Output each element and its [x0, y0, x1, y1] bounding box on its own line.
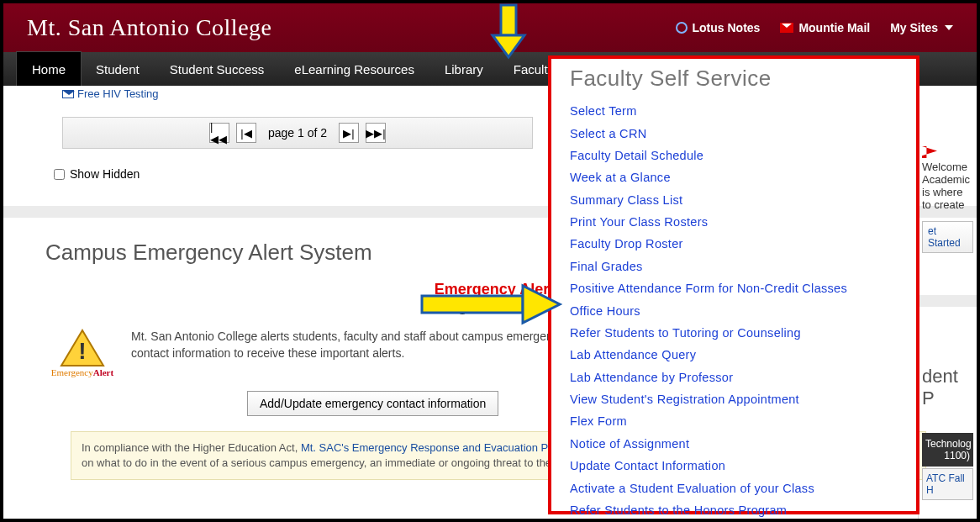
right-sidebar-peek: Welcome Academic is where to create et S… [918, 86, 977, 519]
fss-item-select-term[interactable]: Select Term [570, 100, 901, 122]
svg-text:!: ! [78, 338, 86, 364]
annotation-arrow-down-icon [487, 3, 530, 62]
header-utility-nav: Lotus Notes Mountie Mail My Sites [676, 21, 953, 34]
compliance-pre: In compliance with the Higher Education … [82, 441, 301, 454]
nav-elearning[interactable]: eLearning Resources [279, 52, 429, 86]
annotation-arrow-right-icon [420, 282, 563, 326]
fss-item-print-class-rosters[interactable]: Print Your Class Rosters [570, 211, 901, 233]
my-sites-label: My Sites [890, 21, 938, 34]
peek-dark2: 1100) [925, 450, 970, 461]
fss-item-positive-attendance[interactable]: Positive Attendance Form for Non-Credit … [570, 277, 901, 299]
announcement-link-label: Free HIV Testing [77, 87, 159, 100]
chevron-down-icon [945, 25, 953, 30]
svg-marker-3 [493, 35, 524, 57]
faculty-self-service-panel: Faculty Self Service Select Term Select … [548, 55, 919, 514]
fss-item-activate-evaluation[interactable]: Activate a Student Evaluation of your Cl… [570, 477, 901, 498]
site-logo[interactable]: Mt. San Antonio College [27, 14, 272, 41]
alert-badge: ! EmergencyAlert [45, 329, 119, 377]
peek-line2: Academic [922, 173, 970, 186]
compliance-link[interactable]: Mt. SAC's Emergency Response and Evacuat… [301, 441, 563, 454]
warning-icon: ! [60, 329, 105, 367]
pager-prev-button[interactable]: |◀ [236, 123, 256, 143]
nav-student-success[interactable]: Student Success [155, 52, 280, 86]
pager-last-button[interactable]: ▶▶| [366, 123, 386, 143]
fss-item-flex-form[interactable]: Flex Form [570, 410, 901, 432]
peek-atc[interactable]: ATC Fall H [922, 468, 973, 500]
badge-alert: Alert [93, 367, 113, 377]
fss-item-refer-tutoring[interactable]: Refer Students to Tutoring or Counseling [570, 322, 901, 344]
lotus-notes-label: Lotus Notes [693, 21, 761, 34]
fss-item-week-at-a-glance[interactable]: Week at a Glance [570, 166, 901, 188]
lotus-notes-link[interactable]: Lotus Notes [676, 21, 761, 34]
mountie-mail-label: Mountie Mail [798, 21, 870, 34]
globe-icon [676, 22, 688, 34]
svg-rect-2 [501, 5, 516, 35]
fss-item-lab-attendance-professor[interactable]: Lab Attendance by Professor [570, 366, 901, 388]
fss-item-refer-honors[interactable]: Refer Students to the Honors Program [570, 499, 901, 521]
mail-icon [780, 23, 793, 33]
peek-heading: dent P [922, 366, 973, 409]
svg-rect-4 [422, 296, 523, 313]
show-hidden-label: Show Hidden [70, 167, 140, 181]
nav-student[interactable]: Student [81, 52, 155, 86]
pager: |◀◀ |◀ page 1 of 2 ▶| ▶▶| [62, 117, 533, 149]
pager-status: page 1 of 2 [268, 126, 327, 140]
peek-dark-box: Technolog 1100) [922, 433, 973, 467]
fss-item-view-registration-appt[interactable]: View Student's Registration Appointment [570, 388, 901, 410]
fss-item-update-contact[interactable]: Update Contact Information [570, 455, 901, 477]
peek-line1: Welcome [922, 161, 967, 173]
peek-line3: is where [922, 186, 962, 198]
peek-line4: to create [922, 198, 965, 211]
fss-item-faculty-drop-roster[interactable]: Faculty Drop Roster [570, 233, 901, 255]
fss-menu: Select Term Select a CRN Faculty Detail … [570, 100, 901, 521]
fss-item-notice-assignment[interactable]: Notice of Assignment [570, 433, 901, 455]
envelope-icon [62, 90, 74, 98]
pager-first-button[interactable]: |◀◀ [209, 123, 229, 143]
update-contact-button[interactable]: Add/Update emergency contact information [247, 391, 498, 416]
get-started-button[interactable]: et Started [922, 221, 973, 253]
fss-item-office-hours[interactable]: Office Hours [570, 299, 901, 321]
peek-dark1: Technolog [925, 438, 970, 450]
svg-marker-5 [523, 286, 560, 323]
fss-item-faculty-detail-schedule[interactable]: Faculty Detail Schedule [570, 145, 901, 166]
fss-item-final-grades[interactable]: Final Grades [570, 256, 901, 277]
show-hidden-checkbox[interactable] [54, 169, 65, 180]
fss-item-select-crn[interactable]: Select a CRN [570, 122, 901, 144]
flag-icon [922, 146, 937, 158]
fss-item-summary-class-list[interactable]: Summary Class List [570, 189, 901, 211]
mountie-mail-link[interactable]: Mountie Mail [780, 21, 870, 34]
fss-item-lab-attendance-query[interactable]: Lab Attendance Query [570, 344, 901, 366]
pager-next-button[interactable]: ▶| [339, 123, 359, 143]
badge-emergency: Emergency [51, 367, 93, 377]
my-sites-dropdown[interactable]: My Sites [890, 21, 953, 34]
fss-title: Faculty Self Service [570, 66, 901, 92]
nav-home[interactable]: Home [17, 52, 81, 86]
